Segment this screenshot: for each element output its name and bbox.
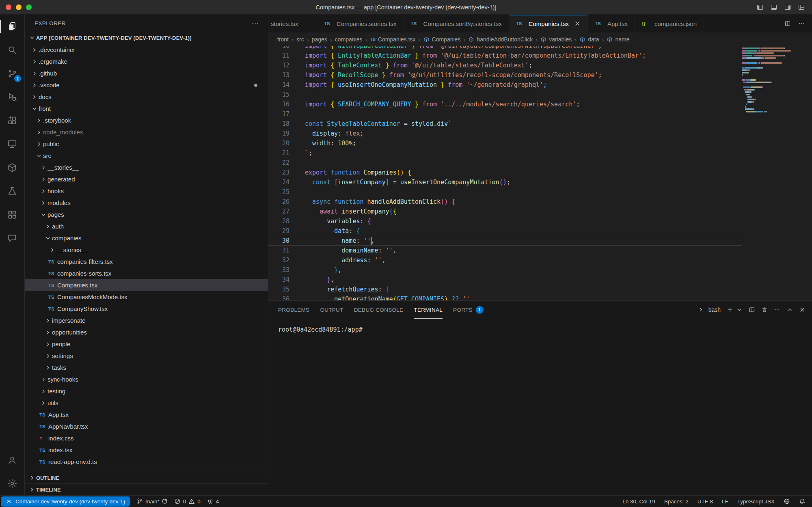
kill-terminal-icon[interactable] <box>761 306 768 313</box>
editor-tab-Companies.tsx[interactable]: TSCompanies.tsx <box>509 15 588 32</box>
encoding-item[interactable]: UTF-8 <box>698 498 713 505</box>
tree-item-auth[interactable]: auth <box>25 220 268 232</box>
language-status-icon[interactable] <box>784 498 790 505</box>
more-actions-icon[interactable] <box>798 20 805 27</box>
close-window-button[interactable] <box>6 4 11 10</box>
tree-item-impersonate[interactable]: impersonate <box>25 315 268 326</box>
tree-item-index.css[interactable]: #index.css <box>25 432 268 444</box>
tree-item-companies-sorts.tsx[interactable]: TScompanies-sorts.tsx <box>25 268 268 279</box>
activity-container[interactable] <box>0 156 24 179</box>
panel-tab-debug-console[interactable]: DEBUG CONSOLE <box>354 301 404 319</box>
terminal[interactable]: root@0a42ecd84891:/app# <box>268 319 812 495</box>
breadcrumb-item-pages[interactable]: pages <box>312 36 327 43</box>
activity-settings[interactable] <box>0 472 24 495</box>
tree-item-testing[interactable]: testing <box>25 385 268 397</box>
minimize-window-button[interactable] <box>16 4 22 10</box>
language-mode-item[interactable]: TypeScript JSX <box>737 498 775 505</box>
editor-tab-stories.tsx[interactable]: stories.tsx <box>268 15 317 32</box>
panel-tab-output[interactable]: OUTPUT <box>320 301 343 319</box>
maximize-panel-icon[interactable] <box>786 306 793 313</box>
ports-forwarded-item[interactable]: 4 <box>207 498 219 505</box>
tree-item-.storybook[interactable]: .storybook <box>25 114 268 126</box>
explorer-section-header[interactable]: APP [CONTAINER DEV-TWENTY-DEV (DEV-TWENT… <box>25 32 268 44</box>
panel-right-icon[interactable] <box>784 4 791 11</box>
tree-item-settings[interactable]: settings <box>25 350 268 362</box>
tree-item-Companies.tsx[interactable]: TSCompanies.tsx <box>25 279 268 291</box>
activity-explorer[interactable] <box>0 15 24 38</box>
tree-item-.ergomake[interactable]: .ergomake <box>25 56 268 67</box>
tree-item-hooks[interactable]: hooks <box>25 185 268 197</box>
breadcrumb-item-variables[interactable]: variables <box>540 36 572 43</box>
tree-item-utils[interactable]: utils <box>25 397 268 409</box>
panel-tab-terminal[interactable]: TERMINAL <box>414 301 443 319</box>
breadcrumb-item-name[interactable]: name <box>607 36 629 43</box>
activity-organization[interactable] <box>0 203 24 227</box>
problems-item[interactable]: 00 <box>174 498 201 505</box>
breadcrumb-item-handleAddButtonClick[interactable]: handleAddButtonClick <box>468 36 533 43</box>
eol-item[interactable]: LF <box>722 498 728 505</box>
panel-left-icon[interactable] <box>757 4 763 11</box>
tree-item-index.tsx[interactable]: TSindex.tsx <box>25 444 268 456</box>
tree-item-CompanyShow.tsx[interactable]: TSCompanyShow.tsx <box>25 303 268 315</box>
tree-item-CompaniesMockMode.tsx[interactable]: TSCompaniesMockMode.tsx <box>25 291 268 303</box>
activity-source-control[interactable]: 1 <box>0 62 24 85</box>
tree-item-people[interactable]: people <box>25 338 268 350</box>
activity-accounts[interactable] <box>0 448 24 472</box>
tree-item-sync-hooks[interactable]: sync-hooks <box>25 373 268 385</box>
editor-tab-App.tsx[interactable]: TSApp.tsx <box>588 15 635 32</box>
tree-item-opportunities[interactable]: opportunities <box>25 326 268 338</box>
split-terminal-icon[interactable] <box>749 306 755 313</box>
editor-tab-Companies.stories.tsx[interactable]: TSCompanies.stories.tsx <box>317 15 404 32</box>
panel-bottom-icon[interactable] <box>771 4 777 11</box>
close-panel-icon[interactable] <box>799 306 806 313</box>
tree-item-pages[interactable]: pages <box>25 209 268 220</box>
breadcrumb-item-src[interactable]: src <box>296 36 304 43</box>
minimap[interactable] <box>742 46 794 113</box>
panel-tab-ports[interactable]: PORTS1 <box>453 301 484 319</box>
remote-indicator[interactable]: Container dev-twenty-dev (dev-twenty-dev… <box>1 496 130 507</box>
tree-item-.github[interactable]: .github <box>25 67 268 79</box>
breadcrumb-item-front[interactable]: front <box>277 36 289 43</box>
tree-item-AppNavbar.tsx[interactable]: TSAppNavbar.tsx <box>25 421 268 432</box>
indentation-item[interactable]: Spaces: 2 <box>664 498 689 505</box>
tree-item-node_modules[interactable]: node_modules <box>25 126 268 138</box>
tree-item-public[interactable]: public <box>25 138 268 150</box>
tree-item-.vscode[interactable]: .vscode <box>25 79 268 91</box>
activity-extensions[interactable] <box>0 109 24 132</box>
outline-section[interactable]: OUTLINE <box>25 472 268 483</box>
tree-item-src[interactable]: src <box>25 150 268 162</box>
more-actions-icon[interactable] <box>774 306 780 313</box>
breadcrumb-item-companies[interactable]: companies <box>335 36 363 43</box>
close-tab-icon[interactable] <box>574 20 581 27</box>
layout-icon[interactable] <box>798 4 805 11</box>
tree-item-modules[interactable]: modules <box>25 197 268 209</box>
sync-icon[interactable] <box>161 498 168 505</box>
panel-tab-problems[interactable]: PROBLEMS <box>278 301 309 319</box>
notifications-bell-icon[interactable] <box>799 498 806 505</box>
explorer-more-actions-icon[interactable]: ⋯ <box>252 19 259 28</box>
tree-item-companies-filters.tsx[interactable]: TScompanies-filters.tsx <box>25 256 268 268</box>
tree-item-tasks[interactable]: tasks <box>25 362 268 373</box>
tree-item-react-app-env.d.ts[interactable]: TSreact-app-env.d.ts <box>25 456 268 468</box>
code-editor[interactable]: 10import { WithTopBarContainer } from '@… <box>268 46 812 300</box>
shell-selector[interactable]: bash <box>699 306 721 313</box>
zoom-window-button[interactable] <box>26 4 32 10</box>
tree-item-__stories__[interactable]: __stories__ <box>25 162 268 173</box>
activity-beaker[interactable] <box>0 179 24 203</box>
activity-remote-explorer[interactable] <box>0 132 24 156</box>
breadcrumb-item-data[interactable]: data <box>579 36 599 43</box>
cursor-position-item[interactable]: Ln 30, Col 19 <box>622 498 655 505</box>
tree-item-.devcontainer[interactable]: .devcontainer <box>25 44 268 56</box>
tree-item-docs[interactable]: docs <box>25 91 268 103</box>
git-branch-item[interactable]: main* <box>136 498 168 505</box>
editor-tab-companies.json[interactable]: {}companies.json <box>635 15 704 32</box>
activity-feedback[interactable] <box>0 227 24 250</box>
tree-item-generated[interactable]: generated <box>25 173 268 185</box>
split-editor-icon[interactable] <box>784 20 791 27</box>
breadcrumb-item-Companies[interactable]: Companies <box>423 36 461 43</box>
tree-item-front[interactable]: front <box>25 103 268 114</box>
tree-item-__stories__[interactable]: __stories__ <box>25 244 268 256</box>
activity-search[interactable] <box>0 38 24 62</box>
timeline-section[interactable]: TIMELINE <box>25 483 268 495</box>
breadcrumb-item-Companies.tsx[interactable]: TSCompanies.tsx <box>370 36 416 43</box>
